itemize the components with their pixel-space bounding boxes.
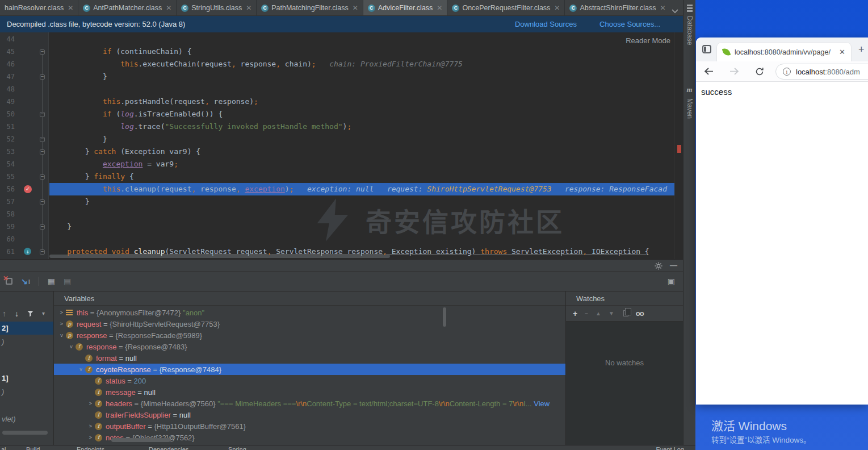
tree-chevron-icon[interactable]: > [86, 401, 95, 406]
fold-icon[interactable]: – [40, 137, 45, 142]
restore-layout-icon[interactable]: ▣ [668, 277, 675, 285]
editor-tab[interactable]: hainResolver.class✕ [0, 0, 78, 16]
variables-horizontal-scrollbar[interactable] [111, 438, 170, 442]
reader-mode-toggle[interactable]: Reader Mode [626, 36, 670, 45]
fold-icon[interactable]: – [40, 249, 45, 255]
variable-name: coyoteResponse [96, 365, 151, 374]
statusbar-item[interactable]: Spring [228, 446, 246, 450]
close-icon[interactable]: ✕ [660, 4, 665, 12]
variable-row[interactable]: >prequest = {ShiroHttpServletRequest@775… [54, 318, 565, 330]
statusbar-item[interactable]: Endpoints [77, 446, 104, 450]
variable-row[interactable]: vpresponse = {ResponseFacade@5989} [54, 330, 565, 341]
view-link[interactable]: View [534, 399, 550, 408]
statusbar-item[interactable]: al [1, 446, 6, 450]
close-red-x-icon[interactable] [6, 278, 12, 285]
tree-chevron-icon[interactable]: > [86, 435, 95, 440]
close-icon[interactable]: ✕ [68, 4, 73, 12]
tree-chevron-icon[interactable]: v [57, 332, 66, 338]
layout-icon[interactable]: ▤ [64, 277, 71, 285]
back-icon[interactable] [704, 67, 714, 78]
variables-tree[interactable]: >this = {AnonymousFilter@7472} "anon">pr… [54, 307, 565, 445]
variable-row[interactable]: >fheaders = {MimeHeaders@7560} "=== Mime… [54, 398, 565, 409]
tree-chevron-icon[interactable]: > [57, 321, 66, 327]
status-bar: Event Log alBuildEndpointsDependenciesSp… [0, 445, 695, 450]
tree-chevron-icon[interactable]: > [57, 310, 66, 315]
fold-icon[interactable]: – [40, 74, 45, 80]
line-number: 52 [0, 133, 15, 145]
statusbar-item[interactable]: Build [26, 446, 40, 450]
tool-stripe-maven[interactable]: m Maven [684, 85, 695, 119]
close-icon[interactable]: ✕ [554, 4, 560, 12]
override-marker-icon[interactable]: ↓ [24, 248, 31, 255]
fold-icon[interactable]: – [40, 49, 45, 55]
quick-evaluate-icon[interactable]: ↘ [21, 277, 30, 286]
frame-row[interactable]: vlet) [0, 413, 53, 426]
editor-tab[interactable]: CAbstractShiroFilter.class✕ [565, 0, 669, 16]
tree-chevron-icon[interactable]: v [67, 344, 76, 349]
error-stripe-mark[interactable] [677, 145, 681, 153]
code-editor[interactable]: 奇安信攻防社区 4445– if (continueChain) {46 thi… [0, 32, 683, 259]
frame-row[interactable]: 2] [0, 322, 53, 335]
down-icon[interactable]: ↓ [15, 310, 19, 318]
event-log-button[interactable]: Event Log [656, 446, 684, 450]
fold-icon[interactable]: – [40, 174, 45, 180]
editor-tab[interactable]: COncePerRequestFilter.class✕ [447, 0, 565, 16]
move-up-icon[interactable]: ▲ [596, 310, 601, 318]
forward-icon[interactable] [729, 67, 739, 78]
frames-scrollbar[interactable] [2, 431, 48, 435]
filter-icon[interactable] [27, 311, 33, 317]
move-down-icon[interactable]: ▼ [609, 310, 614, 318]
tree-chevron-icon[interactable]: > [86, 423, 95, 429]
tree-chevron-icon[interactable]: v [77, 366, 85, 372]
close-icon[interactable]: ✕ [437, 4, 442, 12]
variable-row[interactable]: fstatus = 200 [54, 375, 565, 386]
variable-row[interactable]: >this = {AnonymousFilter@7472} "anon" [54, 307, 565, 318]
address-bar[interactable]: i localhost:8080/adm [775, 64, 868, 80]
variable-row[interactable]: fformat = null [54, 352, 565, 364]
fold-icon[interactable]: – [40, 112, 45, 117]
chevron-down-icon[interactable] [672, 6, 678, 16]
choose-sources-link[interactable]: Choose Sources... [599, 20, 660, 28]
download-sources-link[interactable]: Download Sources [515, 20, 577, 28]
variable-row[interactable]: vfresponse = {Response@7483} [54, 341, 565, 352]
code-text: protected void cleanup(ServletRequest re… [49, 245, 649, 258]
close-icon[interactable]: ✕ [166, 4, 171, 12]
site-info-icon[interactable]: i [783, 68, 791, 76]
editor-tab[interactable]: CAdviceFilter.class✕ [363, 0, 448, 16]
close-icon[interactable]: ✕ [246, 4, 251, 12]
tool-stripe-database[interactable]: Database [684, 5, 695, 45]
frame-row[interactable]: 1] [0, 372, 53, 385]
close-icon[interactable]: ✕ [839, 48, 845, 56]
variable-row[interactable]: fmessage = null [54, 386, 565, 398]
breakpoint-icon[interactable]: ✓ [24, 185, 32, 193]
code-line: 49 this.postHandle(request, response); [0, 95, 683, 108]
duplicate-icon[interactable] [623, 310, 628, 316]
chevron-icon[interactable]: ▾ [42, 310, 45, 318]
variable-row[interactable]: vfcoyoteResponse = {Response@7484} [54, 364, 565, 375]
editor-tab[interactable]: CAntPathMatcher.class✕ [78, 0, 177, 16]
up-icon[interactable]: ↑ [2, 310, 6, 318]
frame-row[interactable]: ) [0, 335, 53, 348]
fold-icon[interactable]: – [40, 149, 45, 155]
variable-row[interactable]: >foutputBuffer = {Http11OutputBuffer@756… [54, 420, 565, 432]
new-tab-button[interactable]: + [858, 44, 865, 56]
close-icon[interactable]: ✕ [353, 4, 358, 12]
tab-search-icon[interactable] [702, 45, 711, 53]
show-glasses-icon[interactable]: oo [636, 310, 644, 318]
browser-tab[interactable]: localhost:8080/admin/vv/page/ ✕ [716, 42, 852, 61]
remove-icon[interactable]: − [585, 310, 588, 318]
refresh-icon[interactable] [755, 67, 764, 78]
evaluate-expression-icon[interactable]: ▦ [48, 277, 55, 285]
variable-row[interactable]: ftrailerFieldsSupplier = null [54, 409, 565, 420]
editor-tab[interactable]: CPathMatchingFilter.class✕ [257, 0, 363, 16]
error-stripe[interactable] [674, 32, 683, 259]
variables-vertical-scrollbar[interactable] [443, 307, 446, 327]
statusbar-item[interactable]: Dependencies [149, 446, 188, 450]
add-icon[interactable]: + [573, 310, 577, 318]
frame-row[interactable]: ) [0, 385, 53, 398]
gear-icon[interactable] [655, 262, 662, 272]
fold-icon[interactable]: – [40, 224, 45, 230]
editor-tab[interactable]: CStringUtils.class✕ [177, 0, 257, 16]
hide-panel-icon[interactable]: — [670, 261, 677, 269]
fold-icon[interactable]: – [40, 199, 45, 205]
